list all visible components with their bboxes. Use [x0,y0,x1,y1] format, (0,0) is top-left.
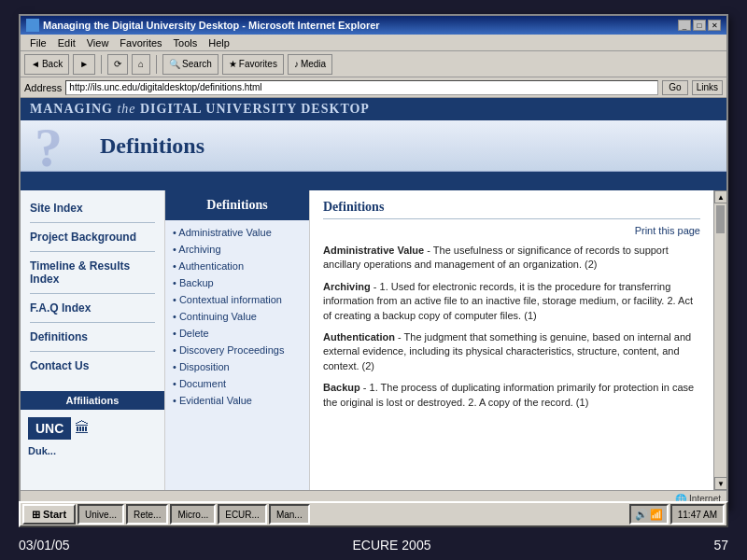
def-item-evidential[interactable]: Evidential Value [173,392,302,409]
def-list-items: Administrative Value Archiving Authentic… [165,220,309,413]
def-content-title: Definitions [323,200,700,219]
menu-edit[interactable]: Edit [52,37,81,49]
unc-building-icon: 🏛 [75,420,90,437]
sidebar-divider-2 [30,251,155,252]
def-text-archiving: - 1. Used for electronic records, it is … [323,281,693,321]
sidebar-item-timeline[interactable]: Timeline & Results Index [30,256,155,289]
browser-window: Managing the Digital University Desktop … [19,14,728,509]
banner-question-mark: ? [35,120,63,172]
taskbar-tray: 🔊 📶 [629,504,669,525]
site-header: MANAGING the Digital University Desktop [21,98,726,120]
def-item-administrative-value[interactable]: Administrative Value [173,224,302,241]
toolbar-separator-2 [156,55,157,74]
def-entry-authentication: Authentication - The judgment that somet… [323,330,700,373]
browser-icon [26,19,39,32]
taskbar-item-label-1: Rete... [134,510,161,520]
scroll-track [714,235,726,477]
taskbar-clock: 11:47 AM [670,504,725,525]
address-label: Address [24,82,62,93]
tray-icon-2: 📶 [650,509,663,521]
back-button[interactable]: ◄ Back [24,54,69,75]
go-button[interactable]: Go [662,80,687,95]
menu-favorites[interactable]: Favorites [114,37,167,49]
banner-title: Definitions [100,133,204,159]
sidebar-logos: UNC 🏛 Duk... [21,410,164,464]
sidebar-item-contact-us[interactable]: Contact Us [30,356,155,376]
forward-button[interactable]: ► [73,54,95,75]
taskbar-item-3[interactable]: ECUR... [218,504,267,525]
taskbar: ⊞ Start Unive... Rete... Micro... ECUR..… [19,501,728,527]
page-banner: ? Definitions [21,120,726,172]
main-layout: Site Index Project Background Timeline &… [21,190,726,490]
taskbar-item-label-0: Unive... [85,510,117,520]
sidebar-divider-4 [30,322,155,323]
def-item-document[interactable]: Document [173,375,302,392]
sidebar-divider-1 [30,222,155,223]
duke-logo: Duk... [28,445,157,456]
media-button[interactable]: ♪ Media [288,54,332,75]
favorites-button[interactable]: ★ Favorites [222,54,284,75]
search-button[interactable]: 🔍 Search [162,54,218,75]
refresh-button[interactable]: ⟳ [107,54,128,75]
sidebar-item-project-background[interactable]: Project Background [30,227,155,247]
sidebar-item-definitions[interactable]: Definitions [30,327,155,347]
scroll-up-arrow[interactable]: ▲ [714,190,726,203]
window-controls: _ □ ✕ [678,20,721,31]
scroll-down-arrow[interactable]: ▼ [714,477,726,490]
home-button[interactable]: ⌂ [132,54,150,75]
menu-view[interactable]: View [81,37,115,49]
clock-time: 11:47 AM [678,510,717,520]
toolbar: ◄ Back ► ⟳ ⌂ 🔍 Search ★ Favorites ♪ Medi… [21,51,726,77]
taskbar-item-4[interactable]: Man... [269,504,310,525]
menu-tools[interactable]: Tools [168,37,204,49]
tray-icon-1: 🔊 [635,509,648,521]
def-entry-backup: Backup - 1. The process of duplicating i… [323,381,700,410]
def-item-backup[interactable]: Backup [173,274,302,291]
minimize-button[interactable]: _ [678,20,691,31]
unc-logo: UNC [28,417,71,440]
scroll-thumb[interactable] [716,205,725,233]
close-button[interactable]: ✕ [708,20,721,31]
maximize-button[interactable]: □ [693,20,706,31]
sidebar-divider-5 [30,351,155,352]
taskbar-item-label-3: ECUR... [225,510,260,520]
def-list-header: Definitions [165,190,309,220]
sidebar-item-site-index[interactable]: Site Index [30,198,155,218]
def-entry-archiving: Archiving - 1. Used for electronic recor… [323,280,700,323]
def-content-panel: Definitions Print this page Administrati… [310,190,713,490]
slide-container: Managing the Digital University Desktop … [0,0,747,560]
start-button[interactable]: ⊞ Start [22,504,76,525]
address-bar: Address Go Links [21,77,726,98]
nav-divider [21,172,726,190]
scrollbar: ▲ ▼ [713,190,726,490]
browser-title: Managing the Digital University Desktop … [43,20,380,31]
def-item-disposition[interactable]: Disposition [173,358,302,375]
sidebar: Site Index Project Background Timeline &… [21,190,165,490]
def-item-authentication[interactable]: Authentication [173,258,302,274]
sidebar-divider-3 [30,293,155,294]
sidebar-nav: Site Index Project Background Timeline &… [21,190,164,384]
def-list-panel: Definitions Administrative Value Archivi… [165,190,310,490]
def-item-contextual[interactable]: Contextual information [173,291,302,308]
print-link[interactable]: Print this page [323,225,700,236]
def-term-administrative: Administrative Value [323,245,424,256]
taskbar-item-1[interactable]: Rete... [126,504,168,525]
site-header-title: MANAGING the Digital University Desktop [30,102,370,117]
address-input[interactable] [65,80,658,95]
start-windows-icon: ⊞ [32,509,40,521]
links-button[interactable]: Links [692,80,723,95]
def-item-archiving[interactable]: Archiving [173,241,302,258]
sidebar-item-faq[interactable]: F.A.Q Index [30,298,155,318]
taskbar-item-0[interactable]: Unive... [78,504,124,525]
page-content: MANAGING the Digital University Desktop … [21,98,726,507]
def-item-delete[interactable]: Delete [173,325,302,342]
slide-number: 57 [713,538,728,553]
def-item-continuing-value[interactable]: Continuing Value [173,308,302,325]
menu-file[interactable]: File [24,37,52,49]
taskbar-item-2[interactable]: Micro... [170,504,216,525]
taskbar-item-label-4: Man... [276,510,303,520]
menu-help[interactable]: Help [203,37,235,49]
menu-bar: File Edit View Favorites Tools Help [21,35,726,51]
def-text-backup: - 1. The process of duplicating informat… [323,382,694,407]
def-item-discovery[interactable]: Discovery Proceedings [173,342,302,358]
